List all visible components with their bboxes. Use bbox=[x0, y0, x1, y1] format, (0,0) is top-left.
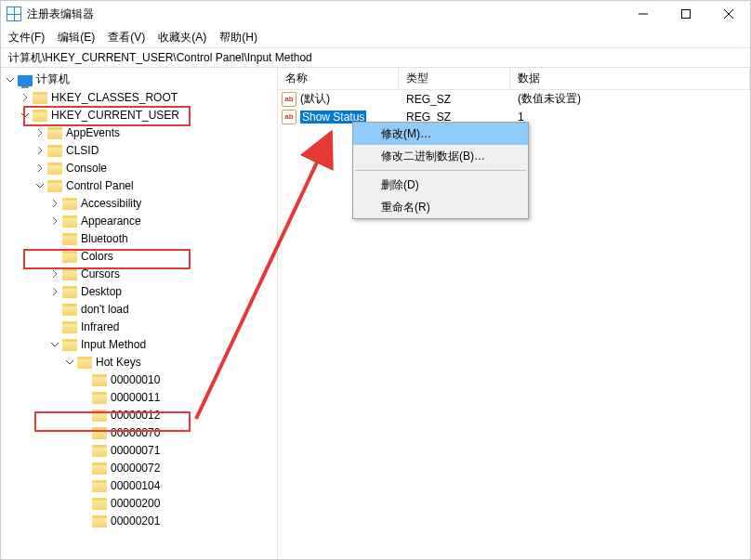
tree-label: 计算机 bbox=[36, 72, 70, 87]
maximize-button[interactable] bbox=[665, 1, 707, 27]
expand-icon[interactable] bbox=[79, 515, 90, 527]
list-row[interactable]: ab(默认)REG_SZ(数值未设置) bbox=[278, 90, 750, 108]
expand-icon[interactable] bbox=[49, 251, 60, 262]
folder-icon bbox=[47, 127, 62, 139]
tree-hotkey[interactable]: 00000201 bbox=[1, 512, 277, 529]
expand-icon[interactable] bbox=[79, 480, 90, 491]
folder-icon bbox=[92, 462, 107, 475]
tree-appearance[interactable]: Appearance bbox=[1, 212, 277, 229]
menu-edit[interactable]: 编辑(E) bbox=[58, 30, 95, 46]
context-item-modify-binary[interactable]: 修改二进制数据(B)… bbox=[353, 145, 528, 167]
minimize-button[interactable] bbox=[622, 1, 665, 27]
tree-root[interactable]: 计算机 bbox=[1, 71, 277, 88]
tree-label: Desktop bbox=[81, 285, 122, 298]
menu-help[interactable]: 帮助(H) bbox=[219, 30, 257, 46]
tree-controlpanel[interactable]: Control Panel bbox=[1, 176, 277, 194]
expand-icon[interactable] bbox=[79, 392, 90, 403]
tree-appevents[interactable]: AppEvents bbox=[1, 124, 277, 141]
folder-icon bbox=[92, 480, 107, 492]
tree-hotkey[interactable]: 00000070 bbox=[1, 423, 277, 441]
tree-label: 00000104 bbox=[111, 479, 160, 492]
expand-icon[interactable] bbox=[64, 357, 75, 368]
tree-accessibility[interactable]: Accessibility bbox=[1, 194, 277, 212]
tree-hotkey[interactable]: 00000072 bbox=[1, 459, 277, 476]
folder-icon bbox=[47, 180, 62, 192]
tree-hotkey[interactable]: 00000200 bbox=[1, 494, 277, 512]
tree-dontload[interactable]: don't load bbox=[1, 300, 277, 318]
context-item-modify[interactable]: 修改(M)… bbox=[353, 123, 528, 145]
tree-label: 00000072 bbox=[111, 462, 160, 475]
context-item-rename[interactable]: 重命名(R) bbox=[353, 196, 528, 218]
menu-view[interactable]: 查看(V) bbox=[108, 30, 145, 46]
expand-icon[interactable] bbox=[49, 268, 60, 280]
menu-bar: 文件(F) 编辑(E) 查看(V) 收藏夹(A) 帮助(H) bbox=[1, 27, 750, 47]
tree-label: HKEY_CLASSES_ROOT bbox=[51, 91, 178, 104]
expand-icon[interactable] bbox=[79, 427, 90, 438]
list-pane[interactable]: 名称 类型 数据 ab(默认)REG_SZ(数值未设置)abShow Statu… bbox=[278, 68, 750, 559]
address-text: 计算机\HKEY_CURRENT_USER\Control Panel\Inpu… bbox=[8, 50, 312, 66]
tree-hotkey[interactable]: 00000011 bbox=[1, 388, 277, 406]
column-name[interactable]: 名称 bbox=[278, 68, 399, 89]
tree-colors[interactable]: Colors bbox=[1, 247, 277, 265]
tree-hotkey[interactable]: 00000071 bbox=[1, 441, 277, 459]
expand-icon[interactable] bbox=[49, 304, 60, 315]
tree-inputmethod[interactable]: Input Method bbox=[1, 335, 277, 353]
tree-label: HKEY_CURRENT_USER bbox=[51, 109, 179, 122]
expand-icon[interactable] bbox=[49, 339, 60, 350]
expand-icon[interactable] bbox=[34, 145, 46, 156]
string-value-icon: ab bbox=[282, 110, 296, 124]
tree-cursors[interactable]: Cursors bbox=[1, 265, 277, 282]
close-button[interactable] bbox=[707, 1, 750, 27]
context-item-delete[interactable]: 删除(D) bbox=[353, 174, 528, 196]
address-bar[interactable]: 计算机\HKEY_CURRENT_USER\Control Panel\Inpu… bbox=[1, 47, 750, 68]
expand-icon[interactable] bbox=[5, 74, 16, 85]
tree-label: Console bbox=[66, 162, 107, 175]
menu-file[interactable]: 文件(F) bbox=[8, 30, 45, 46]
value-name: (默认) bbox=[300, 91, 330, 107]
value-data: 1 bbox=[510, 111, 750, 124]
tree-bluetooth[interactable]: Bluetooth bbox=[1, 229, 277, 247]
expand-icon[interactable] bbox=[34, 180, 46, 191]
tree-infrared[interactable]: Infrared bbox=[1, 318, 277, 335]
menu-favorites[interactable]: 收藏夹(A) bbox=[158, 30, 206, 46]
tree-hotkeys[interactable]: Hot Keys bbox=[1, 353, 277, 371]
expand-icon[interactable] bbox=[34, 163, 46, 174]
tree-label: CLSID bbox=[66, 144, 99, 157]
expand-icon[interactable] bbox=[79, 498, 90, 509]
expand-icon[interactable] bbox=[79, 410, 90, 421]
tree-pane[interactable]: 计算机HKEY_CLASSES_ROOTHKEY_CURRENT_USERApp… bbox=[1, 68, 278, 559]
folder-icon bbox=[62, 215, 77, 228]
tree-hotkey[interactable]: 00000012 bbox=[1, 406, 277, 423]
folder-icon bbox=[62, 339, 77, 351]
tree-hkcr[interactable]: HKEY_CLASSES_ROOT bbox=[1, 88, 277, 106]
expand-icon[interactable] bbox=[79, 462, 90, 474]
expand-icon[interactable] bbox=[34, 127, 46, 138]
expand-icon[interactable] bbox=[49, 321, 60, 332]
tree-label: 00000071 bbox=[111, 444, 160, 457]
tree-hkcu[interactable]: HKEY_CURRENT_USER bbox=[1, 106, 277, 124]
folder-icon bbox=[92, 410, 107, 422]
folder-icon bbox=[92, 374, 107, 386]
folder-icon bbox=[33, 110, 47, 122]
value-type: REG_SZ bbox=[399, 93, 510, 106]
tree-clsid[interactable]: CLSID bbox=[1, 141, 277, 159]
tree-hotkey[interactable]: 00000104 bbox=[1, 476, 277, 494]
column-type[interactable]: 类型 bbox=[399, 68, 510, 89]
tree-label: 00000201 bbox=[111, 514, 160, 527]
expand-icon[interactable] bbox=[49, 233, 60, 244]
folder-icon bbox=[47, 163, 62, 175]
expand-icon[interactable] bbox=[49, 286, 60, 297]
tree-desktop[interactable]: Desktop bbox=[1, 282, 277, 300]
expand-icon[interactable] bbox=[79, 374, 90, 385]
tree-hotkey[interactable]: 00000010 bbox=[1, 371, 277, 388]
tree-console[interactable]: Console bbox=[1, 159, 277, 176]
column-data[interactable]: 数据 bbox=[510, 68, 750, 89]
expand-icon[interactable] bbox=[49, 198, 60, 209]
expand-icon[interactable] bbox=[79, 445, 90, 456]
folder-icon bbox=[62, 251, 77, 263]
folder-icon bbox=[92, 392, 107, 404]
folder-icon bbox=[92, 427, 107, 439]
expand-icon[interactable] bbox=[49, 215, 60, 227]
expand-icon[interactable] bbox=[20, 92, 31, 103]
expand-icon[interactable] bbox=[20, 110, 31, 121]
